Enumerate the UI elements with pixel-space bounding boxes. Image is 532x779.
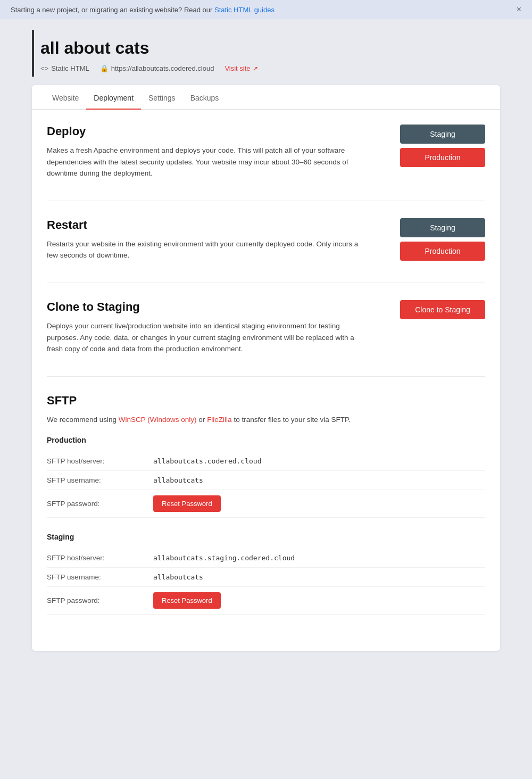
deploy-text: Deploy Makes a fresh Apache environment … bbox=[47, 125, 400, 179]
sftp-staging-host-value: allaboutcats.staging.codered.cloud bbox=[153, 549, 485, 568]
sftp-section: SFTP We recommend using WinSCP (Windows … bbox=[47, 394, 485, 615]
banner-link[interactable]: Static HTML guides bbox=[214, 6, 275, 14]
sftp-prod-username-label: SFTP username: bbox=[47, 471, 153, 490]
deploy-section: Deploy Makes a fresh Apache environment … bbox=[47, 125, 485, 179]
tab-website[interactable]: Website bbox=[45, 85, 86, 110]
restart-section: Restart Restarts your website in the exi… bbox=[47, 218, 485, 261]
divider-2 bbox=[47, 283, 485, 283]
external-link-icon: ↗ bbox=[253, 65, 258, 72]
site-header: all about cats <> Static HTML 🔒 https://… bbox=[32, 30, 500, 77]
restart-title: Restart bbox=[47, 218, 379, 232]
sftp-prod-password-label: SFTP password: bbox=[47, 490, 153, 518]
sftp-production-table: SFTP host/server: allaboutcats.codered.c… bbox=[47, 452, 485, 518]
clone-text: Clone to Staging Deploys your current li… bbox=[47, 300, 400, 355]
code-icon: <> bbox=[40, 64, 48, 72]
restart-text: Restart Restarts your website in the exi… bbox=[47, 218, 400, 261]
visit-site-link[interactable]: Visit site ↗ bbox=[225, 64, 257, 72]
sftp-staging-password-label: SFTP password: bbox=[47, 587, 153, 615]
sftp-staging-host-label: SFTP host/server: bbox=[47, 549, 153, 568]
info-banner: Starting a new project, or migrating an … bbox=[0, 0, 532, 19]
deploy-description: Makes a fresh Apache environment and dep… bbox=[47, 145, 366, 179]
table-row: SFTP username: allaboutcats bbox=[47, 568, 485, 587]
restart-content: Restart Restarts your website in the exi… bbox=[47, 218, 485, 261]
site-url: 🔒 https://allaboutcats.codered.cloud bbox=[100, 64, 214, 72]
clone-actions: Clone to Staging bbox=[400, 300, 485, 319]
sftp-staging-reset-password-button[interactable]: Reset Password bbox=[153, 592, 221, 609]
deploy-content: Deploy Makes a fresh Apache environment … bbox=[47, 125, 485, 179]
sftp-prod-username-value: allaboutcats bbox=[153, 471, 485, 490]
table-row: SFTP password: Reset Password bbox=[47, 587, 485, 615]
clone-title: Clone to Staging bbox=[47, 300, 379, 314]
site-title: all about cats bbox=[40, 38, 500, 58]
site-type: <> Static HTML bbox=[40, 64, 89, 72]
divider-3 bbox=[47, 376, 485, 377]
sftp-staging-username-label: SFTP username: bbox=[47, 568, 153, 587]
deploy-production-button[interactable]: Production bbox=[400, 148, 485, 167]
card-body: Deploy Makes a fresh Apache environment … bbox=[32, 110, 500, 651]
banner-close-button[interactable]: × bbox=[517, 5, 521, 14]
tab-backups[interactable]: Backups bbox=[183, 85, 227, 110]
clone-description: Deploys your current live/production web… bbox=[47, 320, 366, 355]
tab-deployment[interactable]: Deployment bbox=[86, 85, 141, 110]
banner-text: Starting a new project, or migrating an … bbox=[11, 6, 275, 14]
winscp-link[interactable]: WinSCP (Windows only) bbox=[119, 416, 197, 424]
deploy-title: Deploy bbox=[47, 125, 379, 138]
sftp-production-title: Production bbox=[47, 436, 485, 444]
site-url-text: https://allaboutcats.codered.cloud bbox=[111, 64, 214, 72]
sftp-production-group: Production SFTP host/server: allaboutcat… bbox=[47, 436, 485, 518]
sftp-prod-host-value: allaboutcats.codered.cloud bbox=[153, 452, 485, 471]
restart-production-button[interactable]: Production bbox=[400, 242, 485, 261]
table-row: SFTP username: allaboutcats bbox=[47, 471, 485, 490]
restart-staging-button[interactable]: Staging bbox=[400, 218, 485, 237]
sftp-prod-reset-password-button[interactable]: Reset Password bbox=[153, 495, 221, 512]
sftp-staging-title: Staging bbox=[47, 533, 485, 541]
sftp-prod-host-label: SFTP host/server: bbox=[47, 452, 153, 471]
filezilla-link[interactable]: FileZilla bbox=[207, 416, 232, 424]
tab-settings[interactable]: Settings bbox=[141, 85, 183, 110]
sftp-staging-username-value: allaboutcats bbox=[153, 568, 485, 587]
clone-content: Clone to Staging Deploys your current li… bbox=[47, 300, 485, 355]
table-row: SFTP host/server: allaboutcats.codered.c… bbox=[47, 452, 485, 471]
site-type-label: Static HTML bbox=[51, 64, 89, 72]
sftp-staging-table: SFTP host/server: allaboutcats.staging.c… bbox=[47, 549, 485, 615]
sftp-prod-password-cell: Reset Password bbox=[153, 490, 485, 518]
sftp-title: SFTP bbox=[47, 394, 485, 408]
tab-bar: Website Deployment Settings Backups bbox=[32, 85, 500, 110]
main-card: Website Deployment Settings Backups Depl… bbox=[32, 85, 500, 651]
table-row: SFTP host/server: allaboutcats.staging.c… bbox=[47, 549, 485, 568]
sftp-staging-password-cell: Reset Password bbox=[153, 587, 485, 615]
restart-description: Restarts your website in the existing en… bbox=[47, 238, 366, 261]
site-meta: <> Static HTML 🔒 https://allaboutcats.co… bbox=[40, 64, 500, 72]
sftp-staging-group: Staging SFTP host/server: allaboutcats.s… bbox=[47, 533, 485, 615]
deploy-staging-button[interactable]: Staging bbox=[400, 125, 485, 144]
clone-section: Clone to Staging Deploys your current li… bbox=[47, 300, 485, 355]
divider-1 bbox=[47, 201, 485, 201]
table-row: SFTP password: Reset Password bbox=[47, 490, 485, 518]
lock-icon: 🔒 bbox=[100, 64, 109, 72]
visit-site-label: Visit site bbox=[225, 64, 250, 72]
deploy-actions: Staging Production bbox=[400, 125, 485, 167]
clone-button[interactable]: Clone to Staging bbox=[400, 300, 485, 319]
sftp-intro: We recommend using WinSCP (Windows only)… bbox=[47, 414, 485, 426]
restart-actions: Staging Production bbox=[400, 218, 485, 261]
